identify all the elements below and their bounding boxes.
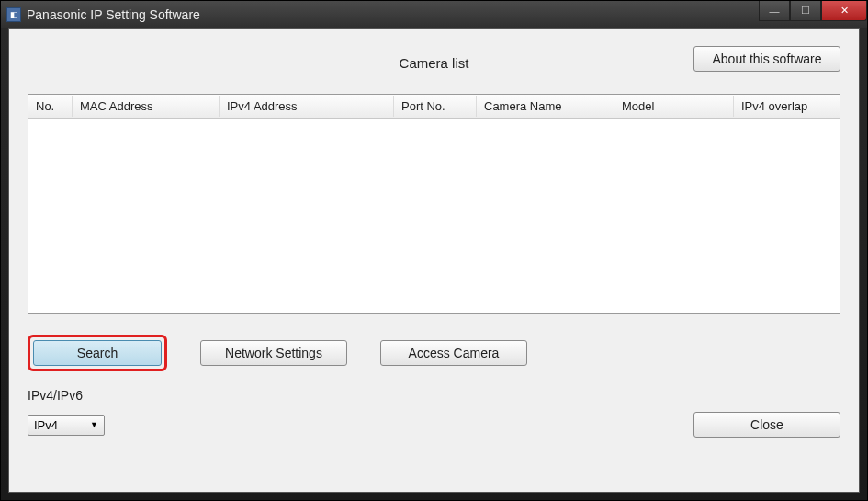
titlebar[interactable]: ◧ Panasonic IP Setting Software — ☐ ✕ — [1, 1, 867, 28]
search-button[interactable]: Search — [33, 340, 162, 366]
app-window: ◧ Panasonic IP Setting Software — ☐ ✕ Ca… — [0, 0, 868, 501]
network-settings-button[interactable]: Network Settings — [200, 340, 347, 366]
close-window-button[interactable]: ✕ — [821, 1, 867, 21]
about-button[interactable]: About this software — [693, 46, 840, 72]
bottom-row: IPv4 ▼ Close — [28, 412, 840, 438]
maximize-button[interactable]: ☐ — [790, 1, 821, 21]
col-ipv4[interactable]: IPv4 Address — [220, 96, 394, 117]
table-header: No. MAC Address IPv4 Address Port No. Ca… — [28, 95, 840, 119]
search-highlight-box: Search — [28, 335, 167, 371]
action-buttons: Search Network Settings Access Camera — [28, 335, 840, 371]
content: Camera list About this software No. MAC … — [9, 29, 859, 492]
access-camera-button[interactable]: Access Camera — [380, 340, 527, 366]
page-title: Camera list — [400, 55, 469, 71]
client-area: Camera list About this software No. MAC … — [8, 28, 860, 493]
protocol-label: IPv4/IPv6 — [28, 388, 840, 403]
window-controls: — ☐ ✕ — [759, 1, 867, 21]
camera-table[interactable]: No. MAC Address IPv4 Address Port No. Ca… — [28, 94, 840, 314]
protocol-selected: IPv4 — [34, 418, 58, 432]
app-icon: ◧ — [6, 7, 21, 22]
col-no[interactable]: No. — [28, 96, 73, 117]
header-row: Camera list About this software — [28, 46, 840, 79]
minimize-button[interactable]: — — [759, 1, 790, 21]
col-mac[interactable]: MAC Address — [73, 96, 220, 117]
col-overlap[interactable]: IPv4 overlap — [734, 96, 840, 117]
protocol-select[interactable]: IPv4 ▼ — [28, 415, 105, 436]
col-port[interactable]: Port No. — [394, 96, 477, 117]
chevron-down-icon: ▼ — [90, 420, 98, 429]
window-title: Panasonic IP Setting Software — [27, 7, 200, 22]
col-model[interactable]: Model — [614, 96, 734, 117]
close-button[interactable]: Close — [693, 412, 840, 438]
col-camera-name[interactable]: Camera Name — [477, 96, 614, 117]
